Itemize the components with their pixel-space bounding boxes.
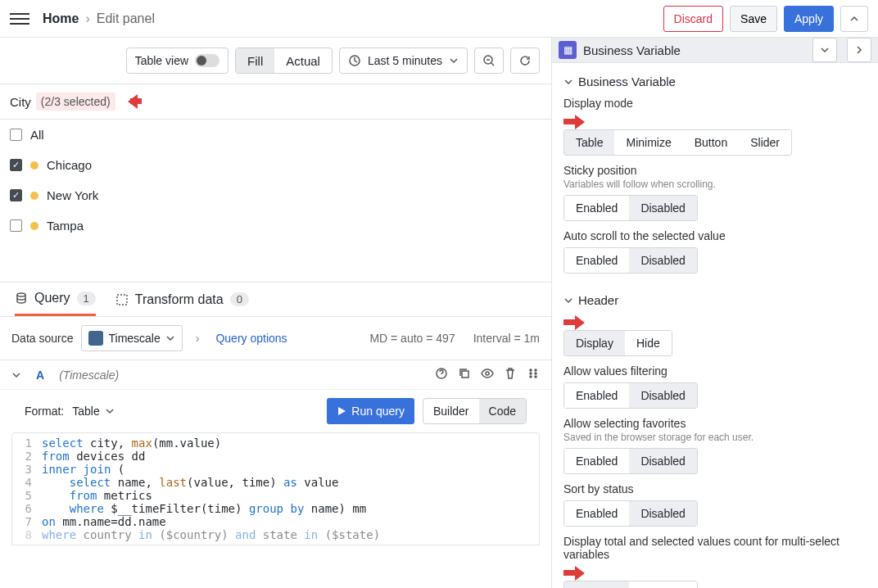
chevron-right-button[interactable]: [847, 38, 871, 62]
svg-point-11: [535, 373, 536, 374]
autoscroll-label: Auto scroll to the selected value: [563, 229, 867, 242]
svg-point-9: [530, 376, 532, 378]
svg-point-10: [535, 369, 536, 371]
svg-point-12: [535, 376, 536, 378]
time-range-button[interactable]: Last 5 minutes: [339, 47, 468, 74]
sql-editor[interactable]: 1select city, max(mm.value) 2from device…: [11, 432, 540, 545]
database-icon: [15, 292, 28, 305]
city-header: City (2/3 selected): [0, 84, 551, 120]
builder-option[interactable]: Builder: [423, 399, 479, 423]
tab-query-count: 1: [77, 292, 96, 305]
city-row[interactable]: Tampa: [0, 210, 551, 241]
chevron-down-icon[interactable]: [11, 370, 21, 380]
fill-option[interactable]: Fill: [236, 48, 274, 73]
fav-label: Allow selecting favorites: [563, 417, 867, 430]
city-row[interactable]: ✓ New York: [0, 180, 551, 210]
tab-transform-label: Transform data: [135, 292, 224, 307]
sort-disabled[interactable]: Disabled: [629, 501, 696, 526]
tab-transform[interactable]: Transform data 0: [115, 291, 249, 316]
header-hide[interactable]: Hide: [625, 331, 672, 355]
chevron-right-icon: ›: [196, 332, 200, 345]
city-label: Tampa: [47, 219, 84, 233]
trash-icon[interactable]: [504, 367, 517, 382]
panel-toolbar: Table view Fill Actual Last 5 minutes: [0, 38, 551, 84]
data-source-name: Timescale: [108, 332, 160, 345]
display-mode-minimize[interactable]: Minimize: [614, 130, 682, 155]
city-label: Chicago: [47, 158, 92, 172]
svg-point-2: [17, 293, 25, 296]
format-label: Format:: [25, 405, 64, 418]
chevron-down-icon: [165, 333, 175, 343]
fav-disabled[interactable]: Disabled: [629, 449, 696, 473]
city-title: City: [10, 95, 31, 109]
tab-transform-count: 0: [230, 292, 249, 306]
section-business-variable: Business Variable Display mode Table Min…: [552, 63, 878, 274]
zoom-out-button[interactable]: [474, 47, 504, 74]
filter-group: Enabled Disabled: [563, 382, 698, 409]
section-header-title[interactable]: Header: [563, 293, 867, 307]
checkbox-icon[interactable]: ✓: [10, 159, 22, 171]
time-range-label: Last 5 minutes: [368, 54, 442, 67]
checkbox-icon[interactable]: [10, 219, 22, 232]
query-settings: Data source Timescale › Query options MD…: [0, 317, 551, 360]
breadcrumb-home[interactable]: Home: [43, 11, 79, 26]
sort-group: Enabled Disabled: [563, 500, 698, 527]
save-button[interactable]: Save: [730, 6, 777, 32]
display-mode-button[interactable]: Button: [683, 130, 739, 155]
switch-icon[interactable]: [195, 54, 220, 67]
section-bv-header[interactable]: Business Variable: [563, 75, 867, 88]
chevron-down-icon: [105, 406, 115, 416]
sticky-group: Enabled Disabled: [563, 195, 698, 221]
autoscroll-disabled[interactable]: Disabled: [629, 248, 696, 273]
city-row-all[interactable]: All: [0, 120, 551, 150]
display-mode-slider[interactable]: Slider: [739, 130, 791, 155]
svg-point-8: [530, 373, 532, 374]
filter-enabled[interactable]: Enabled: [564, 383, 629, 408]
help-icon[interactable]: [435, 367, 448, 382]
city-label: All: [30, 128, 44, 142]
autoscroll-group: Enabled Disabled: [563, 247, 698, 274]
play-icon: [337, 406, 346, 416]
checkbox-icon[interactable]: ✓: [10, 189, 22, 201]
checkbox-icon[interactable]: [10, 129, 22, 141]
viz-title[interactable]: Business Variable: [583, 43, 803, 57]
total-enabled[interactable]: Enabled: [564, 581, 629, 588]
chevron-down-icon: [563, 296, 573, 305]
query-options-link[interactable]: Query options: [215, 332, 287, 345]
display-mode-table[interactable]: Table: [564, 130, 614, 155]
table-view-toggle[interactable]: Table view: [126, 47, 229, 74]
drag-handle-icon[interactable]: [527, 367, 540, 382]
display-mode-label: Display mode: [563, 97, 867, 110]
menu-icon[interactable]: [10, 9, 29, 29]
fill-actual-toggle: Fill Actual: [235, 47, 333, 74]
actual-option[interactable]: Actual: [274, 48, 332, 73]
clock-icon: [348, 54, 361, 67]
eye-icon[interactable]: [481, 367, 494, 382]
timescale-icon: [88, 331, 103, 346]
fav-enabled[interactable]: Enabled: [564, 449, 629, 473]
total-disabled[interactable]: Disabled: [629, 581, 696, 588]
copy-icon[interactable]: [458, 367, 471, 382]
data-source-select[interactable]: Timescale: [81, 325, 182, 351]
viz-picker-header: ▦ Business Variable: [552, 38, 878, 63]
city-row[interactable]: ✓ Chicago: [0, 150, 551, 180]
tab-query[interactable]: Query 1: [15, 291, 96, 316]
code-option[interactable]: Code: [479, 399, 526, 423]
autoscroll-enabled[interactable]: Enabled: [564, 248, 629, 273]
refresh-button[interactable]: [510, 47, 540, 74]
filter-disabled[interactable]: Disabled: [629, 383, 696, 408]
chevron-down-button[interactable]: [812, 38, 837, 62]
topbar-actions: Discard Save Apply: [663, 6, 868, 32]
run-query-button[interactable]: Run query: [327, 398, 414, 424]
sort-enabled[interactable]: Enabled: [564, 501, 629, 526]
header-display[interactable]: Display: [564, 331, 625, 355]
chevron-right-icon: ›: [85, 11, 89, 26]
sticky-enabled[interactable]: Enabled: [564, 196, 629, 220]
md-info: MD = auto = 497: [369, 332, 455, 345]
query-letter[interactable]: A: [31, 369, 49, 382]
sticky-disabled[interactable]: Disabled: [629, 196, 696, 220]
apply-button[interactable]: Apply: [784, 6, 834, 32]
collapse-button[interactable]: [840, 6, 868, 32]
format-select[interactable]: Table: [72, 405, 114, 418]
discard-button[interactable]: Discard: [663, 6, 723, 32]
